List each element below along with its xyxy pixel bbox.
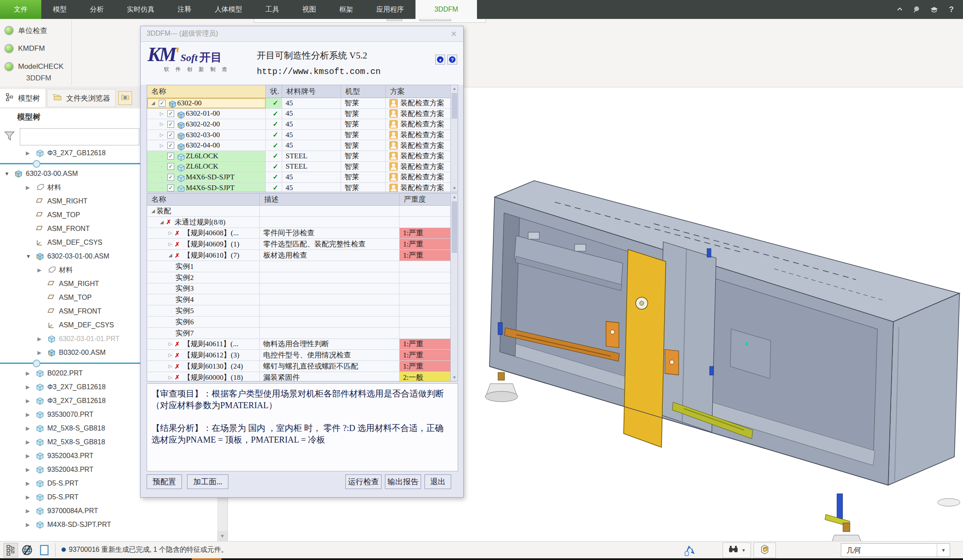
- collapse-icon[interactable]: ▼: [26, 253, 31, 259]
- menu-item-模型[interactable]: 模型: [41, 0, 78, 19]
- menu-item-注释[interactable]: 注释: [166, 0, 203, 19]
- parts-col-机型[interactable]: 机型: [341, 85, 386, 98]
- leaf-icon[interactable]: ·: [158, 185, 165, 191]
- rules-row-【规则40610】(7)[interactable]: ◢✗【规则40610】(7)板材选用检查1:严重: [147, 250, 458, 261]
- rules-row-实例2[interactable]: 实例2: [147, 272, 458, 283]
- parts-col-名称[interactable]: 名称: [147, 85, 266, 98]
- exit-button[interactable]: 退出: [425, 474, 451, 489]
- expand-icon[interactable]: ▶: [26, 384, 30, 390]
- filter-icon[interactable]: [3, 129, 15, 144]
- parts-row-ZL6LOCK[interactable]: ·✓ZL6LOCK✓STEEL智莱装配检查方案: [147, 151, 458, 162]
- parts-row-6302-02-00[interactable]: ▷✓6302-02-00✓45智莱装配检查方案: [147, 119, 458, 130]
- rules-row-【规则60000】(18)[interactable]: ▷✗【规则60000】(18)漏装紧固件2:一般: [147, 372, 458, 382]
- rules-row-未通过规则(8/8)[interactable]: ◢✗未通过规则(8/8): [147, 217, 458, 228]
- run-check-button[interactable]: 运行检查: [345, 474, 382, 489]
- rules-row-实例4[interactable]: 实例4: [147, 294, 458, 305]
- rules-row-【规则40612】(3)[interactable]: ▷✗【规则40612】(3)电控件型号、使用情况检查1:严重: [147, 350, 458, 361]
- expand-icon[interactable]: ▶: [26, 494, 30, 500]
- quick-button-KMDFM[interactable]: KMDFM: [4, 42, 45, 55]
- close-icon[interactable]: ✕: [449, 29, 459, 39]
- expand-icon[interactable]: ▶: [26, 480, 30, 486]
- favorites-folder-button[interactable]: [118, 91, 132, 105]
- scroll-down-icon[interactable]: ▼: [451, 374, 458, 381]
- checkbox[interactable]: ✓: [167, 185, 174, 191]
- rules-col-描述[interactable]: 描述: [260, 194, 400, 205]
- collapsed-icon[interactable]: ▷: [167, 363, 174, 369]
- menu-item-应用程序[interactable]: 应用程序: [365, 0, 415, 19]
- learning-center-icon[interactable]: [929, 5, 939, 14]
- find-button[interactable]: ▼: [723, 542, 751, 558]
- checkbox[interactable]: ✓: [159, 100, 166, 107]
- dfm-dialog[interactable]: 3DDFM--- (超级管理员) ✕ KM' Soft 开目 软 件 创 新 制…: [140, 26, 464, 498]
- collapsed-icon[interactable]: ▷: [167, 341, 174, 347]
- menu-item-视图[interactable]: 视图: [291, 0, 328, 19]
- find-dropdown-icon[interactable]: ▼: [741, 548, 746, 553]
- tab-model-tree[interactable]: 模型树: [0, 89, 45, 107]
- blank-page-icon[interactable]: [37, 543, 52, 557]
- collapsed-icon[interactable]: ▷: [158, 132, 165, 138]
- rules-row-【规则60130】(24)[interactable]: ▷✗【规则60130】(24)螺钉与螺孔直径或螺距不匹配1:严重: [147, 361, 458, 372]
- menu-item-工具[interactable]: 工具: [254, 0, 291, 19]
- rules-row-【规则40611】(...[interactable]: ▷✗【规则40611】(...物料选用合理性判断1:严重: [147, 339, 458, 350]
- collapsed-icon[interactable]: ▷: [158, 111, 165, 117]
- plan-cell[interactable]: 装配检查方案: [386, 162, 451, 172]
- selection-filter-select[interactable]: 几何 ▼: [841, 543, 950, 557]
- expand-icon[interactable]: ▶: [26, 467, 30, 473]
- rules-col-名称[interactable]: 名称: [147, 194, 260, 205]
- checkbox[interactable]: ✓: [167, 142, 174, 149]
- parts-row-6302-04-00[interactable]: ▷✓6302-04-00✓45智莱装配检查方案: [147, 140, 458, 151]
- tree-item-M4X8-SD-SJPT<GB818>.PRT[interactable]: ▶M4X8-SD-SJPT.PRT: [0, 518, 218, 532]
- dialog-help-button[interactable]: ?: [447, 55, 457, 65]
- collapsed-icon[interactable]: ▷: [167, 375, 174, 380]
- scroll-up-icon[interactable]: ▲: [451, 85, 458, 92]
- expand-icon[interactable]: ▶: [26, 425, 30, 431]
- expanded-icon[interactable]: ◢: [150, 100, 157, 106]
- menu-item-3DDFM[interactable]: 3DDFM: [415, 0, 477, 19]
- collapsed-icon[interactable]: ▷: [167, 230, 174, 236]
- model-tree-toggle-icon[interactable]: [3, 543, 18, 557]
- expand-icon[interactable]: ▶: [26, 439, 30, 445]
- menu-item-框架[interactable]: 框架: [328, 0, 365, 19]
- expand-icon[interactable]: ▶: [37, 350, 41, 356]
- expanded-icon[interactable]: ◢: [167, 252, 174, 258]
- preconfig-button[interactable]: 预配置: [147, 474, 182, 489]
- scroll-down-icon[interactable]: ▼: [217, 531, 228, 541]
- expanded-icon[interactable]: ◢: [158, 219, 165, 225]
- parts-col-方案[interactable]: 方案: [386, 85, 451, 98]
- menu-item-分析[interactable]: 分析: [78, 0, 115, 19]
- expand-icon[interactable]: ▶: [26, 522, 30, 528]
- rules-row-【规则40609】(1)[interactable]: ▷✗【规则40609】(1)零件选型匹配、装配完整性检查1:严重: [147, 239, 458, 250]
- rules-row-实例6[interactable]: 实例6: [147, 317, 458, 328]
- expand-icon[interactable]: ▶: [26, 508, 30, 514]
- checkbox[interactable]: ✓: [167, 132, 174, 138]
- plan-cell[interactable]: 装配检查方案: [386, 119, 451, 129]
- parts-scrollbar[interactable]: ▲▼: [450, 85, 458, 192]
- alert-button[interactable]: ♦: [435, 55, 445, 65]
- rules-row-实例1[interactable]: 实例1: [147, 261, 458, 272]
- rules-col-严重度[interactable]: 严重度: [400, 194, 451, 205]
- machining-face-button[interactable]: 加工面...: [187, 474, 228, 489]
- checkbox[interactable]: ✓: [167, 110, 174, 117]
- web-browser-icon[interactable]: [20, 543, 34, 557]
- parts-row-M4X6-SD-SJPT[interactable]: ·✓M4X6-SD-SJPT✓45智莱装配检查方案: [147, 172, 458, 183]
- rules-scrollbar[interactable]: ▲▼: [450, 194, 458, 381]
- rules-row-实例7[interactable]: 实例7: [147, 328, 458, 339]
- dialog-titlebar[interactable]: 3DDFM--- (超级管理员) ✕: [141, 26, 463, 42]
- leaf-icon[interactable]: ·: [158, 164, 165, 169]
- leaf-icon[interactable]: ·: [158, 154, 165, 159]
- plan-cell[interactable]: 装配检查方案: [386, 140, 451, 151]
- rules-row-实例3[interactable]: 实例3: [147, 283, 458, 295]
- plan-cell[interactable]: 装配检查方案: [386, 151, 451, 161]
- collapsed-icon[interactable]: ▷: [158, 121, 165, 127]
- collapsed-icon[interactable]: ▷: [167, 241, 174, 247]
- menu-item-实时仿真[interactable]: 实时仿真: [115, 0, 166, 19]
- parts-row-ZL6LOCK[interactable]: ·✓ZL6LOCK✓STEEL智莱装配检查方案: [147, 162, 458, 172]
- checkbox[interactable]: ✓: [167, 174, 174, 181]
- parts-col-状.[interactable]: 状.: [266, 85, 282, 98]
- checkbox[interactable]: ✓: [167, 153, 174, 160]
- expand-icon[interactable]: ▶: [37, 267, 41, 273]
- component-display-button[interactable]: [754, 542, 776, 558]
- expand-icon[interactable]: ▶: [26, 185, 30, 191]
- plan-cell[interactable]: 装配检查方案: [386, 98, 451, 108]
- quick-button-ModelCHECK[interactable]: ModelCHECK: [4, 60, 64, 73]
